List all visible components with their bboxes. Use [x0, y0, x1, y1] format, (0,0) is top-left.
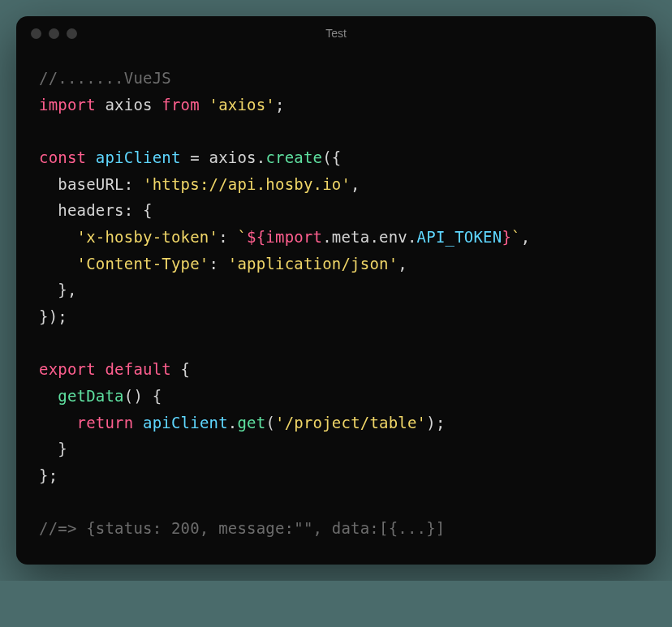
code-token: { — [171, 360, 190, 378]
code-line: 'Content-Type': 'application/json', — [39, 251, 633, 277]
code-token: headers — [58, 201, 123, 219]
code-token: }, — [39, 281, 77, 298]
code-token — [200, 96, 209, 114]
code-line — [39, 118, 633, 144]
code-token: meta — [332, 228, 370, 246]
code-token: . — [228, 414, 238, 432]
code-line: }; — [39, 462, 633, 489]
code-token: ( — [265, 414, 275, 432]
code-token: 'Content-Type' — [77, 255, 209, 273]
code-token: API_TOKEN — [417, 228, 502, 246]
code-token — [39, 387, 58, 405]
code-token — [39, 228, 77, 246]
code-line — [39, 489, 633, 516]
code-line: export default { — [39, 356, 633, 383]
code-token — [39, 175, 58, 193]
code-token: //=> {status: 200, message:"", data:[{..… — [39, 519, 445, 537]
code-token: ` — [237, 228, 247, 246]
code-token — [39, 493, 49, 511]
code-line: baseURL: 'https://api.hosby.io', — [39, 171, 633, 198]
code-window: Test //.......VueJSimport axios from 'ax… — [16, 16, 656, 565]
code-token: ` — [511, 228, 521, 246]
code-token: } — [39, 440, 67, 457]
code-token: . — [369, 228, 379, 246]
code-token: apiClient — [143, 414, 228, 432]
maximize-icon[interactable] — [67, 28, 77, 39]
code-token — [96, 360, 106, 378]
code-token: }); — [39, 307, 67, 325]
code-token: ({ — [322, 148, 341, 166]
code-token: baseURL — [58, 175, 123, 193]
code-token: ; — [275, 96, 285, 114]
code-token: const — [39, 148, 86, 166]
code-token: () { — [124, 387, 162, 405]
code-token: } — [502, 228, 511, 246]
code-token: apiClient — [96, 148, 181, 166]
code-token: get — [237, 414, 265, 432]
code-token: , — [351, 175, 360, 193]
code-token: import — [265, 228, 322, 246]
window-title: Test — [325, 27, 347, 40]
code-line — [39, 330, 633, 357]
code-token: 'axios' — [209, 96, 275, 114]
code-token: , — [398, 255, 407, 273]
code-token: , — [521, 228, 531, 246]
code-token — [39, 255, 77, 273]
code-line: getData() { — [39, 383, 633, 410]
code-token: : { — [124, 201, 153, 219]
code-token: ); — [426, 414, 445, 432]
code-token: '/project/table' — [275, 414, 426, 432]
code-line: //=> {status: 200, message:"", data:[{..… — [39, 515, 633, 542]
code-token — [39, 414, 77, 432]
code-line: return apiClient.get('/project/table'); — [39, 410, 633, 436]
code-token: : — [209, 255, 228, 273]
code-token: axios — [96, 96, 162, 114]
code-token: default — [105, 360, 170, 378]
code-token — [86, 148, 96, 166]
code-token — [39, 201, 58, 219]
code-token: getData — [58, 387, 123, 405]
code-token: import — [39, 96, 96, 114]
code-line: 'x-hosby-token': `${import.meta.env.API_… — [39, 224, 633, 251]
close-icon[interactable] — [31, 28, 41, 39]
code-line: const apiClient = axios.create({ — [39, 144, 633, 171]
minimize-icon[interactable] — [49, 28, 59, 39]
code-token — [39, 334, 49, 352]
code-token: . — [322, 228, 332, 246]
code-token: //.......VueJS — [39, 69, 171, 87]
code-token: 'https://api.hosby.io' — [143, 175, 351, 193]
code-token: from — [162, 96, 200, 114]
code-line: }); — [39, 303, 633, 330]
code-line: headers: { — [39, 197, 633, 224]
traffic-lights — [31, 28, 77, 39]
code-token: = axios. — [181, 148, 266, 166]
code-token: . — [407, 228, 417, 246]
code-token: : — [218, 228, 237, 246]
code-token: 'application/json' — [228, 255, 398, 273]
code-token: export — [39, 360, 96, 378]
code-token: 'x-hosby-token' — [77, 228, 219, 246]
code-token: env — [379, 228, 407, 246]
code-line: import axios from 'axios'; — [39, 92, 633, 118]
code-token: return — [77, 414, 134, 432]
code-token: : — [124, 175, 143, 193]
code-line: }, — [39, 277, 633, 303]
code-token — [133, 414, 143, 432]
code-token — [39, 122, 49, 140]
code-editor[interactable]: //.......VueJSimport axios from 'axios';… — [16, 50, 656, 565]
code-line: } — [39, 436, 633, 462]
code-line: //.......VueJS — [39, 65, 633, 92]
code-token: ${ — [247, 228, 265, 246]
code-token: }; — [39, 466, 58, 484]
titlebar: Test — [16, 16, 656, 50]
code-token: create — [265, 148, 322, 166]
